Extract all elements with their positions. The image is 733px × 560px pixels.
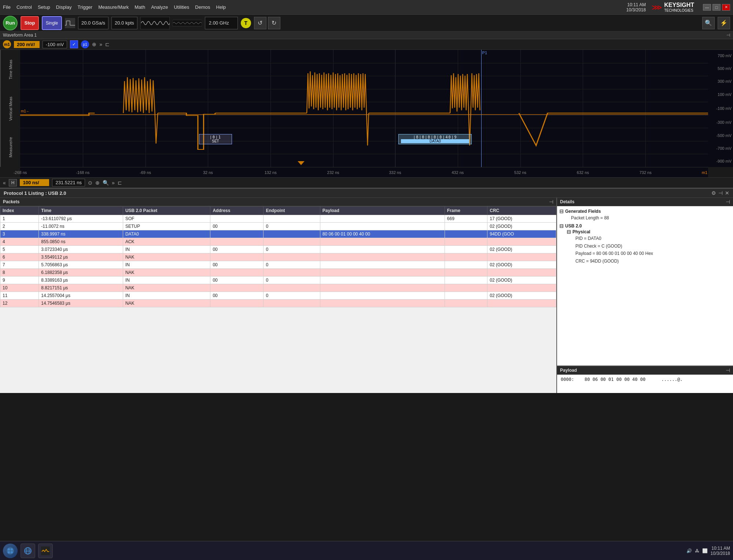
h-badge: H	[9, 179, 17, 186]
volume-icon[interactable]: 🔊	[686, 548, 692, 553]
h-time-per-div[interactable]: 100 ns/	[20, 179, 49, 186]
oscilloscope-button[interactable]	[38, 544, 53, 558]
menu-item-display[interactable]: Display	[56, 4, 72, 10]
zoom-button[interactable]: 🔍	[702, 17, 715, 29]
y-label-neg100mv: -100 mV	[716, 106, 732, 111]
start-button[interactable]	[3, 544, 18, 558]
ie-button[interactable]	[21, 544, 35, 558]
run-button[interactable]: Run	[3, 16, 18, 30]
time-label-1: -168 ns	[76, 170, 89, 175]
table-row[interactable]: 53.0723340 μsIN00002 (GOOD)	[0, 246, 556, 253]
usb2-header[interactable]: ⊟ USB 2.0	[559, 223, 731, 229]
menu-item-file[interactable]: File	[3, 4, 11, 10]
menu-item-help[interactable]: Help	[216, 4, 226, 10]
frequency-field[interactable]: 2.00 GHz	[205, 17, 238, 29]
measure-tab[interactable]: Measure/re	[0, 128, 20, 167]
h-prev-icon[interactable]: «	[3, 180, 6, 186]
close-button[interactable]: ✕	[722, 4, 730, 11]
dock-icon[interactable]: ⊏	[105, 41, 110, 47]
memory-depth-field[interactable]: 20.0 kpts	[111, 17, 137, 29]
magnify-icon[interactable]: 🔍	[103, 180, 109, 186]
zoom-circle-icon[interactable]: ⊙	[88, 180, 92, 186]
table-row[interactable]: 3338.9997 nsDATA080 06 00 01 00 00 40 00…	[0, 230, 556, 238]
time-meas-tab[interactable]: Time Meas	[0, 50, 20, 89]
m1-end-label: m1	[702, 170, 707, 175]
table-row[interactable]: 1114.2557004 μsIN00002 (GOOD)	[0, 292, 556, 300]
forward-icon[interactable]: »	[99, 41, 102, 47]
close-panel-icon[interactable]: ✕	[725, 190, 729, 196]
cell-time: 6.1882358 μs	[39, 269, 123, 277]
waveform-canvas[interactable]: P1 m1←	[20, 50, 708, 167]
cell-crc: 02 (GOOD)	[487, 246, 556, 253]
cell-packet: IN	[123, 292, 210, 300]
menu-item-setup[interactable]: Setup	[38, 4, 50, 10]
cell-endpoint	[264, 215, 320, 223]
details-pin-icon[interactable]: ⊣	[726, 199, 730, 205]
usb2-label: USB 2.0	[565, 223, 582, 229]
h-dock-icon[interactable]: ⊏	[118, 180, 122, 186]
waveform-display: Time Meas Vertical Meas Measure/re	[0, 50, 733, 167]
table-row[interactable]: 86.1882358 μsNAK	[0, 269, 556, 277]
table-container[interactable]: Index Time USB 2.0 Packet Address Endpoi…	[0, 206, 556, 393]
cell-crc: 94DD (GOO	[487, 230, 556, 238]
cell-packet: NAK	[123, 253, 210, 261]
menu-item-measure[interactable]: Measure/Mark	[98, 4, 129, 10]
redo-button[interactable]: ↻	[268, 17, 280, 29]
window-controls: — □ ✕	[703, 4, 730, 11]
menu-item-analyze[interactable]: Analyze	[151, 4, 168, 10]
table-row[interactable]: 108.8217151 μsNAK	[0, 284, 556, 292]
time-label-9: 632 ns	[577, 170, 589, 175]
table-row[interactable]: 4855.0850 nsACK	[0, 238, 556, 246]
packets-pin-icon[interactable]: ⊣	[549, 199, 553, 205]
menu-item-utilities[interactable]: Utilities	[174, 4, 189, 10]
cell-payload	[320, 284, 445, 292]
h-forward-icon[interactable]: »	[112, 180, 115, 186]
undo-button[interactable]: ↺	[254, 17, 266, 29]
time-label-10: 732 ns	[640, 170, 652, 175]
waveform-pin-icon[interactable]: ⊣	[726, 33, 730, 38]
packet-length-item: Packet Length = 88	[564, 214, 731, 222]
physical-header[interactable]: ⊟ Physical	[564, 229, 731, 235]
p1-badge[interactable]: p1	[81, 40, 89, 48]
cell-time: 8.8217151 μs	[39, 284, 123, 292]
channel-badge[interactable]: m1	[3, 40, 11, 48]
quick-help-button[interactable]: ⚡	[718, 17, 730, 29]
table-row[interactable]: 75.7056863 μsIN00002 (GOOD)	[0, 261, 556, 269]
minimize-button[interactable]: —	[703, 4, 711, 11]
menu-item-control[interactable]: Control	[16, 4, 32, 10]
cell-packet: DATA0	[123, 230, 210, 238]
offset-field[interactable]: -100 mV	[43, 41, 67, 48]
table-row[interactable]: 2-11.0072 nsSETUP00002 (GOOD)	[0, 223, 556, 230]
voltage-per-div-field[interactable]: 200 mV/	[14, 41, 40, 48]
vertical-meas-tab[interactable]: Vertical Meas	[0, 89, 20, 128]
pin-icon[interactable]: ⊣	[718, 190, 723, 196]
table-row[interactable]: 98.3389163 μsIN00002 (GOOD)	[0, 277, 556, 284]
single-button[interactable]: Single	[42, 16, 62, 30]
cell-index: 4	[0, 238, 39, 246]
stop-button[interactable]: Stop	[21, 16, 39, 30]
cell-frame	[445, 238, 487, 246]
sys-tray-icon[interactable]: ⬜	[702, 548, 708, 553]
taskbar-time: 10:11 AM 10/3/2018	[711, 546, 730, 556]
table-row[interactable]: 1-13.6110792 μsSOF66917 (GOOD)	[0, 215, 556, 223]
settings-gear-icon[interactable]: ⚙	[711, 190, 716, 196]
y-label-neg500mv: -500 mV	[716, 133, 732, 138]
network-icon[interactable]: 🖧	[695, 548, 699, 553]
trigger-badge[interactable]: T	[241, 18, 251, 28]
time-label-3: 32 ns	[203, 170, 213, 175]
menu-item-math[interactable]: Math	[135, 4, 145, 10]
generated-fields-header[interactable]: ⊟ Generated Fields	[559, 208, 731, 214]
maximize-button[interactable]: □	[712, 4, 721, 11]
sample-rate-field[interactable]: 20.0 GSa/s	[78, 17, 108, 29]
cell-time: 8.3389163 μs	[39, 277, 123, 284]
h-position-field[interactable]: 231.5221 ns	[52, 179, 85, 186]
menu-item-trigger[interactable]: Trigger	[77, 4, 92, 10]
settings-icon[interactable]: ⊕	[95, 180, 100, 186]
menu-item-demos[interactable]: Demos	[195, 4, 210, 10]
side-labels: Time Meas Vertical Meas Measure/re	[0, 50, 20, 167]
table-row[interactable]: 1214.7546583 μsNAK	[0, 300, 556, 307]
add-icon[interactable]: ⊕	[92, 41, 96, 47]
table-row[interactable]: 63.5549112 μsNAK	[0, 253, 556, 261]
payload-pin-icon[interactable]: ⊣	[726, 367, 730, 373]
channel-checkbox[interactable]: ✓	[70, 40, 78, 48]
